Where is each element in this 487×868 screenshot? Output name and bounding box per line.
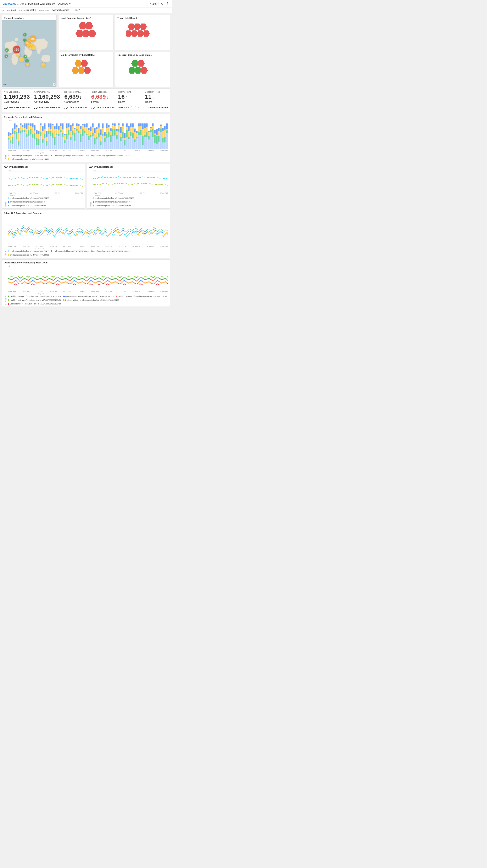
svg-rect-256 [148, 132, 150, 136]
chevron-down-icon[interactable]: ▾ [69, 2, 70, 5]
svg-rect-114 [24, 130, 26, 132]
svg-rect-335 [146, 124, 148, 127]
map-points: 211370214419181929201134133622 [2, 20, 56, 87]
svg-rect-334 [144, 124, 146, 128]
svg-rect-49 [54, 145, 56, 149]
svg-rect-241 [118, 125, 120, 129]
svg-rect-141 [78, 131, 80, 133]
5xx-legend-1: prod/sumologic-backup-v2/123456789012345… [93, 197, 134, 199]
svg-rect-209 [54, 129, 56, 137]
svg-rect-336 [148, 131, 150, 132]
4xx-dot-1 [8, 197, 9, 199]
svg-rect-28 [11, 144, 13, 149]
svg-rect-190 [16, 127, 18, 132]
metric-healthy-label: Hosts [118, 100, 141, 103]
time-range[interactable]: ⊙ -24h [147, 2, 159, 6]
svg-rect-298 [72, 124, 74, 126]
svg-rect-345 [166, 124, 168, 129]
svg-rect-321 [118, 124, 120, 125]
svg-rect-278 [32, 124, 34, 127]
host-chart-area: Host Count 10 08:00 PM 10:00 [4, 265, 168, 305]
svg-rect-194 [24, 128, 26, 130]
breadcrumb-nav: Dashboards 1. AWS Application Load Balan… [2, 2, 70, 5]
x-label-12: 06:00 PM [160, 149, 168, 154]
svg-rect-269 [14, 124, 16, 129]
tls-errors-card: Client TLS Errors by Load Balancer Error… [2, 210, 170, 258]
latency-hexagons [71, 21, 101, 44]
svg-rect-303 [82, 124, 84, 125]
svg-rect-266 [8, 132, 9, 136]
breadcrumb-dashboards[interactable]: Dashboards [2, 2, 16, 5]
metric-active-connections-title: Active Connecti... [34, 91, 60, 93]
4xx-y-label: Count [4, 169, 8, 207]
svg-rect-102 [160, 132, 162, 149]
svg-rect-30 [16, 140, 18, 149]
map-area[interactable]: 211370214419181929201134133622 © Mapbox … [2, 20, 56, 87]
svg-rect-214 [64, 135, 65, 140]
svg-marker-18 [137, 60, 145, 66]
threat-intel-title: Threat Intel Count [115, 15, 170, 20]
error-5xx-card: 5xx Error Codes by Load Bala... [58, 52, 113, 87]
more-icon[interactable]: ⋮ [166, 2, 169, 6]
svg-rect-211 [58, 129, 60, 134]
svg-rect-276 [28, 124, 30, 125]
5xx-svg [93, 172, 168, 192]
requests-y-axis: 150k [8, 120, 168, 122]
4xx-svg [8, 172, 83, 192]
svg-rect-80 [116, 139, 118, 149]
4xx-title: 4XX by Load Balancer [4, 165, 83, 168]
svg-rect-157 [110, 135, 112, 142]
svg-rect-107 [10, 141, 11, 143]
svg-rect-58 [72, 135, 74, 149]
host-svg [8, 267, 168, 290]
filter-entity[interactable]: entity * [73, 9, 83, 12]
filter-account[interactable]: account prod [2, 9, 19, 12]
metric-new-connections-label: Connections [4, 100, 30, 103]
metric-unhealthy-sparkline [145, 105, 168, 111]
svg-rect-54 [64, 143, 65, 149]
5xx-y-label: Count [89, 169, 93, 207]
svg-rect-234 [104, 136, 106, 137]
svg-rect-128 [52, 133, 54, 137]
svg-rect-337 [150, 127, 152, 128]
svg-rect-343 [162, 128, 164, 131]
svg-rect-340 [156, 129, 157, 135]
svg-rect-67 [90, 136, 92, 149]
svg-rect-249 [134, 132, 136, 139]
svg-rect-226 [88, 130, 90, 136]
svg-rect-66 [88, 140, 90, 149]
svg-rect-312 [100, 129, 102, 135]
refresh-icon[interactable]: ↻ [161, 2, 164, 5]
svg-rect-132 [60, 130, 62, 132]
filter-namespace[interactable]: namespace aws/applicationlb [39, 9, 73, 12]
metric-active-connections-label: Connections [34, 100, 60, 103]
map-point: 3 [25, 59, 29, 63]
svg-marker-11 [142, 30, 150, 36]
svg-rect-40 [36, 145, 37, 149]
svg-rect-178 [152, 129, 154, 137]
svg-rect-64 [84, 133, 86, 149]
svg-rect-91 [138, 135, 140, 149]
svg-rect-246 [128, 131, 130, 137]
legend-label-3: prod/sumologic-qe-test/1234567890123456 [93, 154, 130, 156]
legend-label-1: prod/sumologic-backup-v2/123456789012345… [10, 154, 49, 156]
svg-rect-315 [106, 124, 108, 128]
svg-rect-121 [38, 139, 39, 145]
svg-rect-265 [166, 129, 168, 130]
host-dot-5 [63, 299, 64, 301]
svg-rect-325 [126, 124, 127, 127]
svg-rect-127 [50, 131, 52, 135]
svg-rect-210 [56, 129, 58, 133]
svg-rect-90 [136, 138, 138, 149]
svg-rect-42 [39, 136, 41, 149]
svg-rect-304 [84, 124, 86, 127]
requests-chart-area: Count 150k [4, 120, 168, 160]
metrics-row: New Connectio... 1,160,293 Connections A… [2, 89, 170, 112]
mapbox-credit: © Mapbox [3, 84, 10, 86]
svg-rect-261 [158, 131, 160, 136]
svg-rect-253 [142, 129, 144, 136]
5xx-legend-2: prod/sumologic-blog-v2/1234567890123456 [93, 201, 132, 203]
filter-region[interactable]: region us-east-1 [19, 9, 39, 12]
svg-rect-206 [48, 127, 50, 131]
header: Dashboards 1. AWS Application Load Balan… [0, 0, 172, 7]
